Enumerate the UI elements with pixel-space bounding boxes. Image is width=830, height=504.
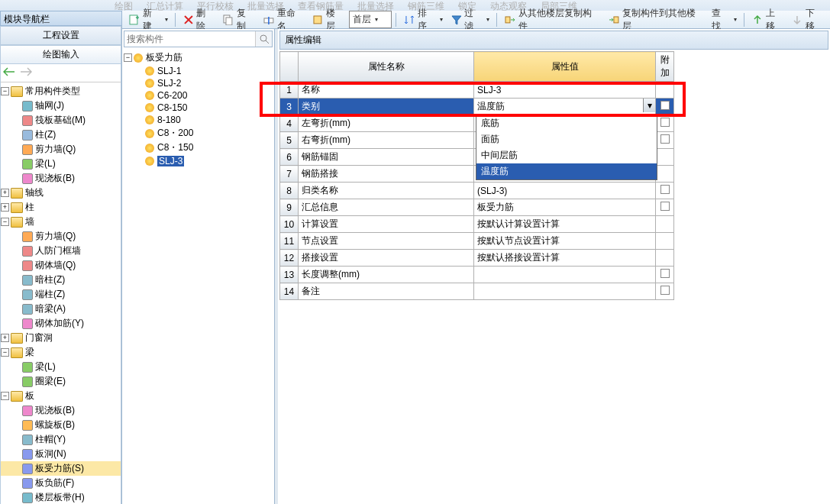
property-value-cell[interactable]: 按默认搭接设置计算 [474,250,656,267]
tree-leaf[interactable]: 剪力墙(Q) [1,229,121,244]
expand-icon[interactable]: + [1,334,9,342]
tree-leaf[interactable]: 现浇板(B) [1,171,121,186]
tree-leaf[interactable]: 柱帽(Y) [1,432,121,447]
accordion-drawing-input[interactable]: 绘图输入 [0,45,121,64]
expand-icon[interactable]: + [1,189,9,197]
tree-leaf[interactable]: 柱(Z) [1,128,121,142]
collapse-icon[interactable]: − [124,53,132,62]
tree-folder[interactable]: +轴线 [1,186,121,200]
component-item[interactable]: SLJ-1 [124,65,273,77]
attach-cell[interactable] [656,183,674,199]
tree-leaf[interactable]: 圈梁(E) [1,374,121,389]
attach-cell[interactable] [656,166,674,183]
tree-leaf[interactable]: 螺旋板(B) [1,418,121,432]
nav-back-icon[interactable] [3,66,15,79]
property-row[interactable]: 10计算设置按默认计算设置计算 [280,216,674,233]
dropdown-option[interactable]: 中间层筋 [476,147,657,163]
checkbox-icon[interactable] [660,101,670,110]
tree-leaf[interactable]: 梁(L) [1,157,121,171]
col-property-value[interactable]: 属性值 [474,52,656,82]
property-value-cell[interactable] [474,283,656,300]
tree-leaf[interactable]: 板受力筋(S) [1,461,121,476]
tree-folder[interactable]: −常用构件类型 [1,84,121,99]
col-property-name[interactable]: 属性名称 [299,52,474,82]
property-row[interactable]: 9汇总信息板受力筋 [280,199,674,216]
dropdown-option[interactable]: 底筋 [476,115,657,131]
component-item[interactable]: SLJ-2 [124,77,273,89]
attach-cell[interactable] [656,99,674,115]
search-input[interactable] [124,31,255,47]
checkbox-icon[interactable] [660,286,670,295]
attach-cell[interactable] [656,267,674,283]
component-group[interactable]: −板受力筋 [124,50,273,65]
tree-leaf[interactable]: 砌体墙(Q) [1,258,121,273]
property-row[interactable]: 14备注 [280,283,674,300]
attach-cell[interactable] [656,82,674,99]
property-row[interactable]: 11节点设置按默认节点设置计算 [280,233,674,250]
attach-cell[interactable] [656,132,674,149]
component-item[interactable]: C8-150 [124,102,273,114]
tree-folder[interactable]: −梁 [1,345,121,360]
tree-leaf[interactable]: 暗梁(A) [1,302,121,316]
tree-leaf[interactable]: 端柱(Z) [1,287,121,302]
property-row[interactable]: 1名称SLJ-3 [280,82,674,99]
dropdown-option[interactable]: 面筋 [476,131,657,147]
tree-leaf[interactable]: 轴网(J) [1,99,121,113]
property-value-cell[interactable]: 按默认节点设置计算 [474,233,656,250]
dropdown-arrow-icon[interactable]: ▾ [643,99,655,112]
property-row[interactable]: 12搭接设置按默认搭接设置计算 [280,250,674,267]
component-item[interactable]: C6-200 [124,89,273,102]
attach-cell[interactable] [656,283,674,300]
tree-leaf[interactable]: 砌体加筋(Y) [1,316,121,331]
property-value-cell[interactable] [474,267,656,283]
attach-cell[interactable] [656,149,674,166]
tree-folder[interactable]: −板 [1,389,121,403]
component-item[interactable]: C8・200 [124,126,273,141]
collapse-icon[interactable]: − [1,392,9,400]
tree-folder[interactable]: −墙 [1,215,121,229]
property-value-cell[interactable]: 板受力筋 [474,199,656,216]
checkbox-icon[interactable] [660,269,670,278]
checkbox-icon[interactable] [660,134,670,144]
accordion-project-settings[interactable]: 工程设置 [0,26,121,45]
tree-leaf[interactable]: 暗柱(Z) [1,273,121,287]
property-row[interactable]: 3类别温度筋▾ [280,99,674,115]
tree-leaf[interactable]: 楼层板带(H) [1,490,121,504]
tree-folder[interactable]: +柱 [1,200,121,215]
collapse-icon[interactable]: − [1,87,9,95]
category-dropdown[interactable]: 底筋面筋中间层筋温度筋 [476,115,657,180]
attach-cell[interactable] [656,199,674,216]
property-row[interactable]: 13长度调整(mm) [280,267,674,283]
attach-cell[interactable] [656,216,674,233]
tree-leaf[interactable]: 人防门框墙 [1,244,121,258]
tree-leaf[interactable]: 板负筋(F) [1,476,121,490]
attach-cell[interactable] [656,233,674,250]
checkbox-icon[interactable] [660,202,670,211]
property-value-cell[interactable]: (SLJ-3) [474,183,656,199]
expand-icon[interactable]: + [1,203,9,212]
component-item[interactable]: SLJ-3 [124,155,273,167]
tree-leaf[interactable]: 剪力墙(Q) [1,142,121,157]
checkbox-icon[interactable] [660,185,670,194]
floor-select[interactable]: 首层▾ [349,11,392,28]
checkbox-icon[interactable] [660,118,670,127]
property-value-cell[interactable]: 按默认计算设置计算 [474,216,656,233]
tree-folder[interactable]: +门窗洞 [1,331,121,345]
tree-leaf[interactable]: 板洞(N) [1,447,121,461]
component-item[interactable]: 8-180 [124,114,273,126]
collapse-icon[interactable]: − [1,348,9,357]
property-value-cell[interactable]: 温度筋▾ [474,99,656,115]
tree-leaf[interactable]: 现浇板(B) [1,403,121,418]
search-button[interactable] [255,31,272,47]
component-item[interactable]: C8・150 [124,141,273,155]
collapse-icon[interactable]: − [1,218,9,226]
attach-cell[interactable] [656,115,674,132]
col-attach[interactable]: 附加 [656,52,674,82]
property-row[interactable]: 8归类名称(SLJ-3) [280,183,674,199]
attach-cell[interactable] [656,250,674,267]
tree-leaf[interactable]: 筏板基础(M) [1,113,121,128]
dropdown-option[interactable]: 温度筋 [476,163,657,179]
nav-fwd-icon[interactable] [20,66,32,79]
tree-leaf[interactable]: 梁(L) [1,360,121,374]
property-value-cell[interactable]: SLJ-3 [474,82,656,99]
